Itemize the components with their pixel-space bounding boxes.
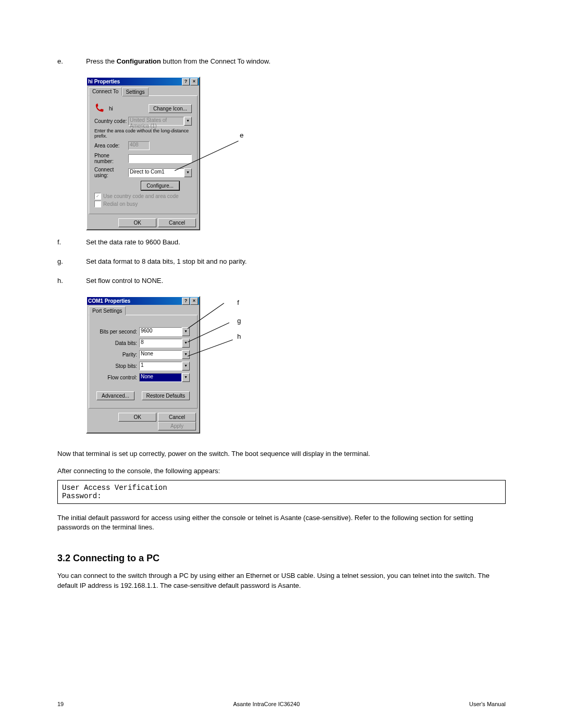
body-paragraph: Now that terminal is set up correctly, p… [57,450,506,458]
page-number: 19 [57,701,64,707]
dialog-title: COM1 Properties [88,297,181,305]
doc-type: User's Manual [469,701,506,707]
callout-g: g [237,317,241,325]
checkbox-icon [94,201,101,207]
body-paragraph: You can connect to the switch through a … [57,571,506,590]
chevron-down-icon[interactable]: ▼ [182,350,190,359]
data-bits-select[interactable]: 8 [139,339,182,348]
ok-button[interactable]: OK [118,413,156,422]
checkbox-icon: ✓ [94,193,101,200]
close-icon[interactable]: × [190,298,198,305]
tab-settings[interactable]: Settings [122,88,148,96]
dialog-title: hi Properties [88,78,181,85]
callout-h: h [237,332,241,340]
chevron-down-icon[interactable]: ▼ [184,117,192,126]
bits-per-second-select[interactable]: 9600 [139,327,182,336]
flow-control-label: Flow control: [96,375,137,380]
checkbox-redial[interactable]: Redial on busy [94,201,192,207]
checkbox-country-code[interactable]: ✓ Use country code and area code [94,193,192,200]
parity-select[interactable]: None [139,350,182,359]
chevron-down-icon[interactable]: ▼ [184,168,192,177]
connect-using-label: Connect using: [94,167,128,178]
phone-number-label: Phone number: [94,153,128,164]
prefix-note: Enter the area code without the long-dis… [94,128,192,139]
flow-control-select[interactable]: None [139,373,182,382]
parity-label: Parity: [96,352,137,357]
chevron-down-icon[interactable]: ▼ [182,339,190,348]
tab-port-settings[interactable]: Port Settings [89,306,126,315]
hi-properties-dialog: hi Properties ? × Connect To Settings hi… [86,77,200,230]
apply-button[interactable]: Apply [158,422,196,430]
ok-button[interactable]: OK [118,218,156,227]
step-g: g. Set data format to 8 data bits, 1 sto… [57,257,506,265]
titlebar: COM1 Properties ? × [87,297,199,305]
chevron-down-icon[interactable]: ▼ [182,373,190,382]
area-code-input[interactable]: 408 [128,141,150,150]
body-paragraph: After connecting to the console, the fol… [57,467,506,475]
chevron-down-icon[interactable]: ▼ [182,362,190,371]
chevron-down-icon[interactable]: ▼ [182,327,190,336]
terminal-line: User Access Verification [62,484,501,492]
advanced-button[interactable]: Advanced... [96,391,134,400]
connect-to-panel: hi Change Icon... Country code: United S… [89,95,198,214]
step-text: Press the Configuration button from the … [86,57,506,65]
phone-icon [94,103,106,114]
callout-e: e [240,131,243,139]
product-name: Asante IntraCore IC36240 [233,701,300,707]
help-icon[interactable]: ? [182,78,190,85]
port-settings-panel: Bits per second: 9600 ▼ Data bits: 8 ▼ P… [89,315,198,409]
bits-per-second-label: Bits per second: [96,329,137,335]
configure-button[interactable]: Configure... [141,181,179,190]
step-letter: e. [57,57,86,65]
step-f: f. Set the data rate to 9600 Baud. [57,238,506,246]
tab-connect-to[interactable]: Connect To [89,87,122,96]
help-icon[interactable]: ? [182,298,190,305]
terminal-line: Password: [62,492,501,500]
phone-number-input[interactable] [128,154,192,163]
step-h: h. Set flow control to NONE. [57,277,506,285]
titlebar: hi Properties ? × [87,78,199,85]
step-e: e. Press the Configuration button from t… [57,57,506,65]
stop-bits-label: Stop bits: [96,363,137,369]
cancel-button[interactable]: Cancel [158,218,196,227]
section-heading: 3.2 Connecting to a PC [57,553,506,564]
terminal-output: User Access Verification Password: [57,480,506,504]
page-footer: 19 Asante IntraCore IC36240 User's Manua… [57,701,506,707]
callout-f: f [237,299,239,306]
country-code-select[interactable]: United States of America (1) [128,117,184,126]
connection-name: hi [109,106,113,112]
change-icon-button[interactable]: Change Icon... [149,104,192,113]
stop-bits-select[interactable]: 1 [139,362,182,371]
data-bits-label: Data bits: [96,340,137,346]
com1-properties-dialog: COM1 Properties ? × Port Settings Bits p… [86,296,200,434]
tabstrip: Connect To Settings [87,85,199,96]
restore-defaults-button[interactable]: Restore Defaults [142,391,190,400]
close-icon[interactable]: × [190,78,198,85]
area-code-label: Area code: [94,143,128,149]
country-code-label: Country code: [94,118,128,124]
cancel-button[interactable]: Cancel [158,413,196,422]
body-paragraph: The initial default password for access … [57,513,506,532]
